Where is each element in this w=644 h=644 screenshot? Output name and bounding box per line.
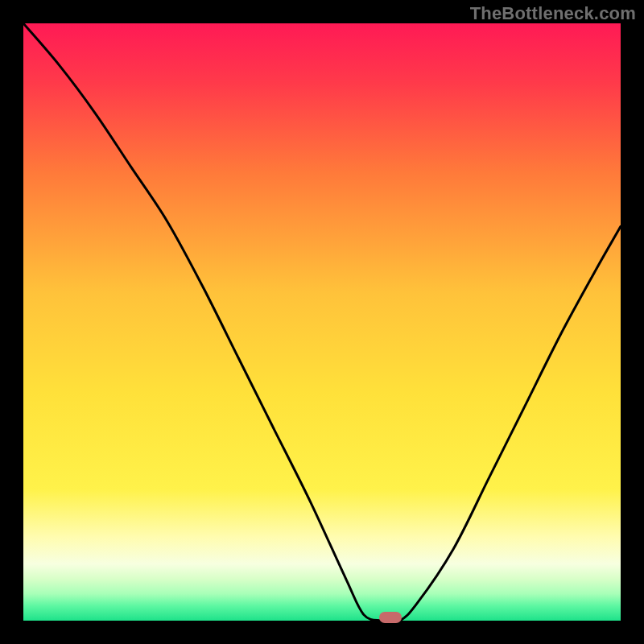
plot-svg	[23, 23, 621, 621]
gradient-background	[23, 23, 621, 621]
plot-area	[23, 23, 621, 621]
chart-frame: TheBottleneck.com	[0, 0, 644, 644]
optimal-point-marker	[379, 612, 402, 623]
watermark-text: TheBottleneck.com	[470, 3, 636, 24]
